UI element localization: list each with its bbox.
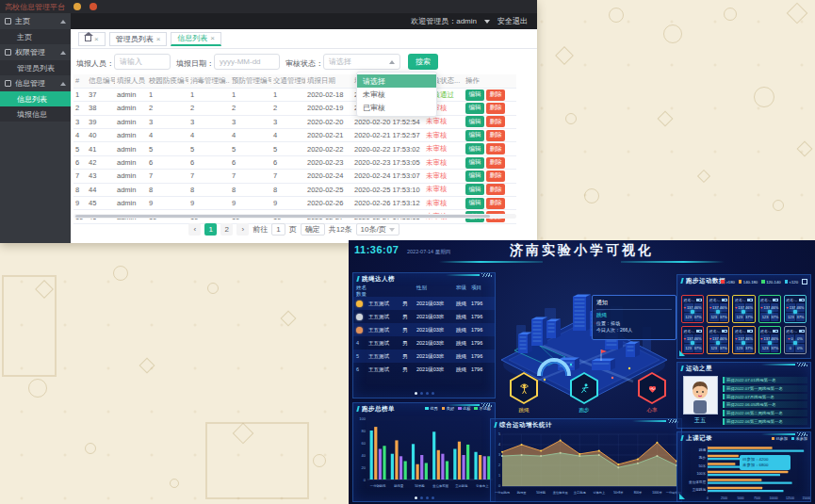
- table-row[interactable]: 440admin44442020-02-212020-02-21 17:52:5…: [73, 129, 516, 142]
- column-header[interactable]: 操作: [464, 74, 516, 88]
- runner-card[interactable]: 姓名:--♥13746%12337%: [707, 295, 729, 323]
- delete-button[interactable]: 删除: [486, 171, 505, 182]
- runner-card[interactable]: 姓名:--♥13746%12337%: [707, 326, 729, 354]
- close-icon[interactable]: ×: [156, 35, 161, 43]
- carousel-dot[interactable]: [432, 392, 434, 395]
- hex-badge-heart-rate[interactable]: 心率: [637, 372, 667, 414]
- delete-button[interactable]: 删除: [486, 130, 505, 141]
- table-row[interactable]: 339admin33332020-02-202020-02-20 17:52:5…: [73, 115, 516, 128]
- logout-link[interactable]: 安全退出: [497, 16, 528, 26]
- sidebar-subitem-管理员列表[interactable]: 管理员列表: [0, 60, 71, 75]
- carousel-dot[interactable]: [420, 496, 423, 499]
- delete-button[interactable]: 删除: [486, 143, 505, 154]
- hex-badge-jump-rope[interactable]: 跳绳: [509, 372, 539, 414]
- scrollbar-thumb[interactable]: [75, 215, 490, 218]
- sidebar-subitem-填报信息[interactable]: 填报信息: [0, 106, 71, 122]
- status-select[interactable]: 请选择: [323, 54, 400, 70]
- column-header[interactable]: 交通管理编号: [271, 74, 305, 88]
- carousel-dot[interactable]: [415, 496, 417, 499]
- rank-carousel-dots[interactable]: [353, 392, 495, 395]
- column-header[interactable]: #: [73, 74, 87, 88]
- runner-card[interactable]: 姓名:--♥13746%12337%: [784, 295, 807, 323]
- close-icon[interactable]: ×: [210, 34, 215, 42]
- window-dot-orange-icon[interactable]: [73, 3, 81, 10]
- table-row[interactable]: 945admin99992020-02-262020-02-26 17:53:1…: [73, 197, 516, 210]
- search-button[interactable]: 搜索: [408, 54, 438, 70]
- page-button-2[interactable]: 2: [220, 223, 233, 236]
- edit-button[interactable]: 编辑: [465, 143, 484, 154]
- column-header[interactable]: 预防管理编号: [230, 74, 271, 88]
- edit-button[interactable]: 编辑: [465, 116, 484, 127]
- table-row[interactable]: 642admin66662020-02-232020-02-23 17:53:0…: [73, 155, 516, 169]
- page-button-1[interactable]: 1: [204, 223, 217, 236]
- rank-row[interactable]: 王五测试男2021级03班跳绳1796: [353, 297, 495, 310]
- delete-button[interactable]: 删除: [486, 198, 505, 209]
- close-icon[interactable]: ×: [94, 35, 99, 43]
- runner-card[interactable]: 姓名:--♥13746%12337%: [758, 295, 781, 323]
- runner-card[interactable]: 姓名:--♥13746%12337%: [758, 326, 781, 354]
- delete-button[interactable]: 删除: [486, 89, 505, 101]
- edit-button[interactable]: 编辑: [465, 130, 484, 141]
- table-row[interactable]: 137admin11112020-02-182020-02-18 17:50:3…: [73, 88, 516, 101]
- next-page-button[interactable]: ›: [236, 223, 249, 236]
- confirm-button[interactable]: 确定: [301, 223, 325, 236]
- edit-button[interactable]: 编辑: [465, 157, 484, 169]
- prev-page-button[interactable]: ‹: [188, 223, 201, 236]
- dropdown-option-请选择[interactable]: 请选择: [357, 74, 436, 88]
- rank-row[interactable]: 王五测试男2021级03班跳绳1796: [353, 310, 495, 323]
- delete-button[interactable]: 删除: [486, 157, 505, 169]
- column-header[interactable]: 消毒管理编...: [188, 74, 230, 88]
- carousel-dot[interactable]: [426, 392, 429, 395]
- table-row[interactable]: 238admin22222020-02-192020-02-19 17:52:3…: [73, 102, 516, 115]
- column-header[interactable]: 校园防疫编号: [147, 74, 188, 88]
- edit-button[interactable]: 编辑: [465, 184, 484, 195]
- edit-button[interactable]: 编辑: [465, 103, 484, 114]
- dropdown-option-已审核[interactable]: 已审核: [357, 101, 436, 114]
- edit-button[interactable]: 编辑: [465, 198, 484, 209]
- runner-card[interactable]: 姓名:--♥13746%12337%: [681, 326, 704, 354]
- rank-row[interactable]: 4王五测试男2021级03班跳绳1796: [353, 336, 495, 350]
- delete-button[interactable]: 删除: [486, 184, 505, 195]
- date-input[interactable]: yyyy-MM-dd: [214, 54, 280, 70]
- tab-信息列表[interactable]: 信息列表×: [171, 32, 221, 46]
- runner-card[interactable]: 姓名:--♥13746%12337%: [732, 295, 755, 323]
- sidebar-subitem-信息列表[interactable]: 信息列表: [0, 91, 71, 106]
- carousel-dot[interactable]: [432, 496, 434, 499]
- tab-home[interactable]: ×: [78, 32, 106, 46]
- hex-badge-running[interactable]: 跑步: [569, 372, 599, 414]
- delete-button[interactable]: 删除: [486, 116, 505, 127]
- column-header[interactable]: 填报人员: [115, 74, 147, 88]
- rank-row[interactable]: 6王五测试男2021级03班跳绳1796: [353, 363, 495, 376]
- pe-carousel-dots[interactable]: [353, 496, 495, 499]
- edit-button[interactable]: 编辑: [465, 171, 484, 182]
- fullscreen-icon[interactable]: [802, 279, 807, 285]
- carousel-dot[interactable]: [426, 496, 429, 499]
- chevron-down-icon[interactable]: [484, 20, 490, 24]
- runner-card[interactable]: 姓名:--♥00%00%: [784, 326, 807, 354]
- carousel-dot[interactable]: [420, 392, 423, 395]
- reporter-input[interactable]: 请输入: [114, 54, 171, 70]
- column-header[interactable]: 填报日期: [305, 74, 352, 88]
- horizontal-scrollbar[interactable]: [73, 214, 516, 219]
- sidebar-item-主页[interactable]: 主页: [0, 13, 71, 29]
- sidebar-item-权限管理[interactable]: 权限管理: [0, 44, 71, 60]
- runner-card[interactable]: 姓名:--♥13746%12337%: [681, 295, 704, 323]
- column-header[interactable]: 信息编号: [87, 74, 115, 88]
- sidebar-item-信息管理[interactable]: 信息管理: [0, 75, 71, 91]
- runner-card[interactable]: 姓名:--♥13746%12337%: [732, 326, 755, 354]
- table-row[interactable]: 541admin55552020-02-222020-02-22 17:53:0…: [73, 142, 516, 155]
- rank-row[interactable]: 王五测试男2021级03班跳绳1796: [353, 323, 495, 336]
- tab-管理员列表[interactable]: 管理员列表×: [109, 32, 168, 46]
- table-row[interactable]: 844admin88882020-02-252020-02-25 17:53:1…: [73, 183, 516, 196]
- carousel-dot[interactable]: [415, 392, 417, 395]
- delete-button[interactable]: 删除: [486, 103, 505, 114]
- sidebar-subitem-主页[interactable]: 主页: [0, 29, 71, 44]
- goto-input[interactable]: 1: [271, 223, 285, 236]
- dropdown-option-未审核[interactable]: 未审核: [357, 88, 436, 101]
- window-dot-red-icon[interactable]: [90, 3, 97, 10]
- table-row[interactable]: 743admin77772020-02-242020-02-24 17:53:0…: [73, 170, 516, 183]
- edit-button[interactable]: 编辑: [465, 89, 484, 101]
- page-size-select[interactable]: 10条/页: [356, 223, 399, 236]
- rank-row[interactable]: 5王五测试男2021级03班跳绳1796: [353, 350, 495, 363]
- welcome-admin-text[interactable]: 欢迎管理员：admin: [411, 16, 477, 26]
